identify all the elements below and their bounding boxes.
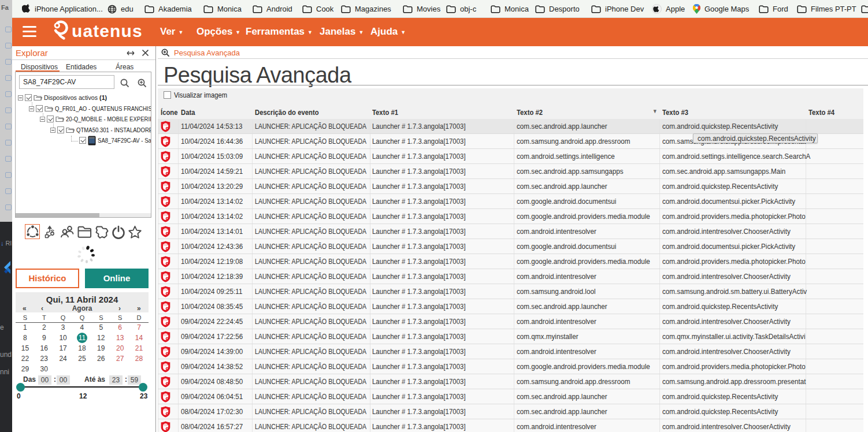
svg-text:uatenus: uatenus <box>72 21 143 40</box>
